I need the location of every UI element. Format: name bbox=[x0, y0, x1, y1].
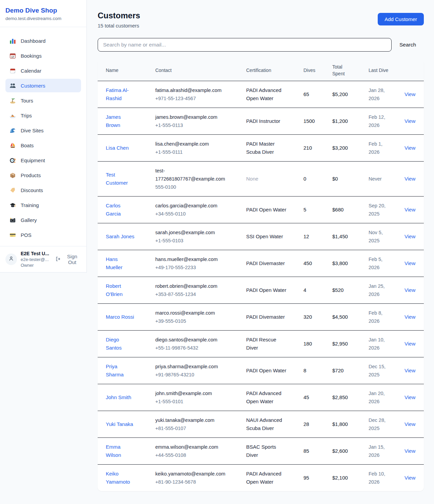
sidebar-item-pos[interactable]: POS bbox=[5, 228, 81, 242]
dives-cell: 320 bbox=[295, 308, 324, 326]
sidebar-nav: Dashboard17BookingsCalendarCustomersTour… bbox=[0, 27, 86, 242]
avatar bbox=[5, 254, 17, 265]
customer-name-link[interactable]: John Smith bbox=[106, 394, 131, 400]
customer-name-link[interactable]: Test Customer bbox=[106, 172, 128, 186]
package-icon bbox=[9, 172, 16, 179]
customer-contact-cell: robert.obrien@example.com+353-87-555-123… bbox=[147, 277, 238, 303]
customer-name-link[interactable]: Fatima Al-Rashid bbox=[106, 87, 129, 101]
table-row: Test Customertest-1772681807767@example.… bbox=[98, 161, 424, 196]
add-customer-button[interactable]: Add Customer bbox=[378, 13, 424, 25]
last-dive-cell: Dec 15, 2025 bbox=[360, 357, 396, 384]
svg-text:17: 17 bbox=[11, 55, 14, 58]
search-input[interactable] bbox=[98, 38, 392, 52]
sidebar-item-products[interactable]: Products bbox=[5, 168, 81, 182]
customer-name-link[interactable]: Emma Wilson bbox=[106, 444, 121, 458]
sidebar-item-dashboard[interactable]: Dashboard bbox=[5, 34, 81, 48]
column-header: Last Dive bbox=[360, 63, 396, 77]
sidebar-item-boats[interactable]: Boats bbox=[5, 138, 81, 152]
view-link[interactable]: View bbox=[405, 176, 415, 182]
view-link[interactable]: View bbox=[405, 287, 415, 293]
customer-name-cell: Yuki Tanaka bbox=[98, 415, 147, 433]
total-spent-cell: $4,500 bbox=[324, 308, 360, 326]
view-link[interactable]: View bbox=[405, 368, 415, 373]
sidebar-item-calendar[interactable]: Calendar bbox=[5, 64, 81, 77]
sidebar-item-tours[interactable]: Tours bbox=[5, 94, 81, 107]
customer-name-link[interactable]: Diego Santos bbox=[106, 337, 122, 351]
column-header: Contact bbox=[147, 63, 238, 77]
sidebar-item-bookings[interactable]: 17Bookings bbox=[5, 49, 81, 62]
last-dive-cell: Feb 1, 2026 bbox=[360, 135, 396, 161]
total-spent-cell: $520 bbox=[324, 281, 360, 299]
certification-cell: PADI Instructor bbox=[238, 112, 295, 130]
view-link[interactable]: View bbox=[405, 448, 415, 454]
customer-name-link[interactable]: Priya Sharma bbox=[106, 363, 124, 377]
customer-name-link[interactable]: Lisa Chen bbox=[106, 145, 129, 151]
customer-name-link[interactable]: Robert O'Brien bbox=[106, 283, 123, 297]
dives-cell: 0 bbox=[295, 170, 324, 188]
customer-name-cell: Sarah Jones bbox=[98, 227, 147, 246]
view-link[interactable]: View bbox=[405, 145, 415, 151]
customer-name-link[interactable]: Carlos Garcia bbox=[106, 203, 121, 217]
customer-phone: +39-555-0105 bbox=[155, 317, 231, 325]
customer-contact-cell: james.brown@example.com+1-555-0113 bbox=[147, 108, 238, 134]
customer-name-link[interactable]: Keiko Yamamoto bbox=[106, 471, 130, 485]
view-link[interactable]: View bbox=[405, 260, 415, 266]
last-dive-cell: Never bbox=[360, 170, 396, 188]
view-cell: View bbox=[396, 254, 424, 273]
dives-cell: 8 bbox=[295, 361, 324, 380]
certification-cell: PADI Open Water bbox=[238, 361, 295, 380]
sidebar-item-dive-sites[interactable]: Dive Sites bbox=[5, 124, 81, 137]
sidebar-item-discounts[interactable]: Discounts bbox=[5, 183, 81, 197]
view-cell: View bbox=[396, 308, 424, 326]
view-cell: View bbox=[396, 388, 424, 407]
certification-cell: PADI Open Water bbox=[238, 281, 295, 299]
table-row: Keiko Yamamotokeiko.yamamoto@example.com… bbox=[98, 464, 424, 491]
customer-name-link[interactable]: Yuki Tanaka bbox=[106, 421, 133, 427]
shop-name[interactable]: Demo Dive Shop bbox=[5, 7, 81, 14]
view-link[interactable]: View bbox=[405, 475, 415, 481]
total-spent-cell: $2,100 bbox=[324, 469, 360, 487]
search-button[interactable]: Search bbox=[392, 42, 424, 48]
last-dive-cell: Jan 15, 2026 bbox=[360, 438, 396, 464]
main-content: Customers 15 total customers Add Custome… bbox=[87, 0, 434, 491]
sidebar-footer: E2E Test U... e2e-tester@... Owner Sign … bbox=[0, 246, 86, 272]
customer-name-link[interactable]: Marco Rossi bbox=[106, 314, 134, 320]
customer-name-cell: Marco Rossi bbox=[98, 308, 147, 326]
sidebar-item-trips[interactable]: Trips bbox=[5, 109, 81, 122]
customer-name-link[interactable]: Sarah Jones bbox=[106, 234, 134, 239]
view-link[interactable]: View bbox=[405, 421, 415, 427]
customer-phone: +971-55-123-4567 bbox=[155, 94, 231, 102]
view-link[interactable]: View bbox=[405, 207, 415, 212]
sidebar-item-equipment[interactable]: Equipment bbox=[5, 153, 81, 167]
sidebar-item-training[interactable]: Training bbox=[5, 198, 81, 212]
sidebar-item-customers[interactable]: Customers bbox=[5, 79, 81, 92]
sidebar-item-gallery[interactable]: Gallery bbox=[5, 213, 81, 227]
customer-email: john.smith@example.com bbox=[155, 389, 231, 397]
last-dive-cell: Sep 20, 2025 bbox=[360, 197, 396, 223]
view-link[interactable]: View bbox=[405, 91, 415, 97]
total-spent-cell: $1,800 bbox=[324, 415, 360, 433]
customer-email: fatima.alrashid@example.com bbox=[155, 86, 231, 94]
customer-name-link[interactable]: James Brown bbox=[106, 114, 121, 128]
certification-cell: PADI Open Water bbox=[238, 201, 295, 219]
dives-cell: 450 bbox=[295, 254, 324, 273]
view-link[interactable]: View bbox=[405, 118, 415, 124]
customer-email: marco.rossi@example.com bbox=[155, 309, 231, 317]
total-spent-cell: $3,800 bbox=[324, 254, 360, 273]
dives-cell: 12 bbox=[295, 227, 324, 246]
certification-cell: PADI Master Scuba Diver bbox=[238, 135, 295, 161]
certification-cell: None bbox=[238, 170, 295, 188]
view-link[interactable]: View bbox=[405, 314, 415, 320]
customer-name-link[interactable]: Hans Mueller bbox=[106, 256, 122, 270]
view-cell: View bbox=[396, 227, 424, 246]
sidebar-item-label: Boats bbox=[21, 143, 34, 148]
sign-out-button[interactable]: Sign Out bbox=[55, 254, 81, 265]
total-spent-cell: $720 bbox=[324, 361, 360, 380]
table-row: Carlos Garciacarlos.garcia@example.com+3… bbox=[98, 196, 424, 223]
view-link[interactable]: View bbox=[405, 341, 415, 347]
view-link[interactable]: View bbox=[405, 394, 415, 400]
view-link[interactable]: View bbox=[405, 234, 415, 239]
dives-cell: 210 bbox=[295, 139, 324, 157]
user-name: E2E Test U... bbox=[21, 251, 52, 256]
view-cell: View bbox=[396, 415, 424, 433]
